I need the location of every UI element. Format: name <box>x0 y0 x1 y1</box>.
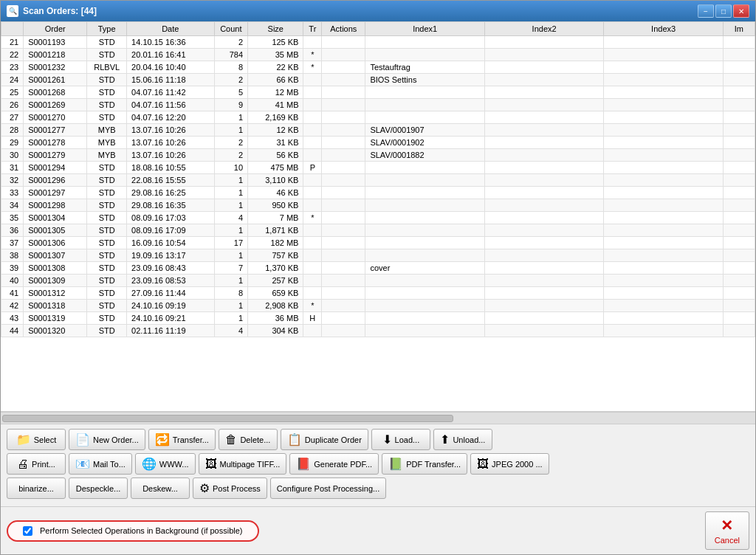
scrollbar-thumb[interactable] <box>2 415 453 422</box>
post-process-button[interactable]: ⚙ Post Process <box>193 478 267 499</box>
table-row[interactable]: 38 S0001307 STD 19.09.16 13:17 1 757 KB <box>1 249 755 262</box>
col-header-type[interactable]: Type <box>87 22 127 36</box>
tiff-button[interactable]: 🖼 Multipage TIFF... <box>199 453 287 475</box>
cell-type: STD <box>87 111 127 124</box>
cell-type: STD <box>87 86 127 99</box>
cell-actions <box>322 312 365 325</box>
jpeg-icon: 🖼 <box>477 458 489 471</box>
cell-row-num: 38 <box>1 249 24 262</box>
table-row[interactable]: 33 S0001297 STD 29.08.16 16:25 1 46 KB <box>1 187 755 199</box>
cell-actions <box>322 237 365 249</box>
cell-order: S0001278 <box>24 137 87 149</box>
cancel-button[interactable]: ✕ Cancel <box>705 511 749 550</box>
new-order-button[interactable]: 📄 New Order... <box>69 429 145 450</box>
table-row[interactable]: 37 S0001306 STD 16.09.16 10:54 17 182 MB <box>1 237 755 249</box>
orders-table-container[interactable]: Order Type Date Count Size Tr Actions In… <box>1 21 755 412</box>
configure-post-processing-button[interactable]: Configure Post Processing... <box>270 478 386 499</box>
col-header-actions: Actions <box>322 22 365 36</box>
table-row[interactable]: 43 S0001319 STD 24.10.16 09:21 1 36 MB H <box>1 312 755 325</box>
table-row[interactable]: 41 S0001312 STD 27.09.16 11:44 8 659 KB <box>1 287 755 300</box>
gear-icon: ⚙ <box>199 481 210 495</box>
cell-im <box>723 61 755 74</box>
print-button[interactable]: 🖨 Print... <box>7 453 66 475</box>
window-icon: 🔍 <box>7 5 18 17</box>
generate-pdf-button[interactable]: 📕 Generate PDF... <box>289 453 379 475</box>
background-checkbox[interactable] <box>23 526 32 536</box>
cell-tr: * <box>303 212 322 224</box>
transfer-button[interactable]: 🔁 Transfer... <box>148 429 216 450</box>
table-row[interactable]: 31 S0001294 STD 18.08.16 10:55 10 475 MB… <box>1 162 755 174</box>
cell-size: 125 KB <box>248 36 303 49</box>
tiff-icon: 🖼 <box>205 458 217 471</box>
mail-button[interactable]: 📧 Mail To... <box>69 453 132 475</box>
cell-size: 2,908 KB <box>248 300 303 312</box>
binarize-button[interactable]: binarize... <box>7 478 66 499</box>
cell-index1 <box>365 86 484 99</box>
col-header-date[interactable]: Date <box>127 22 214 36</box>
horizontal-scrollbar[interactable] <box>1 412 755 424</box>
table-row[interactable]: 40 S0001309 STD 23.09.16 08:53 1 257 KB <box>1 275 755 287</box>
unload-icon: ⬆ <box>440 432 450 447</box>
table-row[interactable]: 34 S0001298 STD 29.08.16 16:35 1 950 KB <box>1 199 755 212</box>
cell-index3 <box>604 137 723 149</box>
col-header-size[interactable]: Size <box>248 22 303 36</box>
table-row[interactable]: 26 S0001269 STD 04.07.16 11:56 9 41 MB <box>1 99 755 111</box>
cell-index1 <box>365 187 484 199</box>
cell-actions <box>322 174 365 187</box>
deskew-button[interactable]: Deskew... <box>131 478 190 499</box>
table-row[interactable]: 42 S0001318 STD 24.10.16 09:19 1 2,908 K… <box>1 300 755 312</box>
close-button[interactable]: ✕ <box>733 4 749 18</box>
cell-type: STD <box>87 49 127 61</box>
table-row[interactable]: 23 S0001232 RLBVL 20.04.16 10:40 8 22 KB… <box>1 61 755 74</box>
toolbar-row-1: 📁 Select 📄 New Order... 🔁 Transfer... 🗑 … <box>7 429 749 450</box>
cell-order: S0001270 <box>24 111 87 124</box>
table-row[interactable]: 29 S0001278 MYB 13.07.16 10:26 2 31 KB S… <box>1 137 755 149</box>
table-row[interactable]: 35 S0001304 STD 08.09.16 17:03 4 7 MB * <box>1 212 755 224</box>
cell-order: S0001305 <box>24 224 87 237</box>
table-row[interactable]: 32 S0001296 STD 22.08.16 15:55 1 3,110 K… <box>1 174 755 187</box>
cell-count: 1 <box>214 249 248 262</box>
cell-row-num: 24 <box>1 74 24 86</box>
jpeg-button[interactable]: 🖼 JPEG 2000 ... <box>470 453 549 475</box>
table-row[interactable]: 44 S0001320 STD 02.11.16 11:19 4 304 KB <box>1 325 755 337</box>
pdf-transfer-button[interactable]: 📗 PDF Transfer... <box>382 453 467 475</box>
cell-im <box>723 300 755 312</box>
cell-date: 20.04.16 10:40 <box>127 61 214 74</box>
col-header-index1[interactable]: Index1 <box>365 22 484 36</box>
cell-order: S0001277 <box>24 124 87 137</box>
cell-index1: SLAV/0001907 <box>365 124 484 137</box>
unload-button[interactable]: ⬆ Unload... <box>433 429 492 450</box>
col-header-order[interactable]: Order <box>24 22 87 36</box>
cell-date: 13.07.16 10:26 <box>127 124 214 137</box>
delete-icon: 🗑 <box>225 433 237 447</box>
cell-size: 3,110 KB <box>248 174 303 187</box>
table-row[interactable]: 21 S0001193 STD 14.10.15 16:36 2 125 KB <box>1 36 755 49</box>
cell-index1: cover <box>365 262 484 275</box>
col-header-count[interactable]: Count <box>214 22 248 36</box>
cell-count: 1 <box>214 174 248 187</box>
table-row[interactable]: 25 S0001268 STD 04.07.16 11:42 5 12 MB <box>1 86 755 99</box>
despeckle-button[interactable]: Despeckle... <box>69 478 128 499</box>
cell-index1 <box>365 237 484 249</box>
www-button[interactable]: 🌐 WWW... <box>135 453 196 475</box>
load-button[interactable]: ⬇ Load... <box>371 429 430 450</box>
cell-index3 <box>604 212 723 224</box>
table-row[interactable]: 28 S0001277 MYB 13.07.16 10:26 1 12 KB S… <box>1 124 755 137</box>
select-button[interactable]: 📁 Select <box>7 429 66 450</box>
cell-order: S0001294 <box>24 162 87 174</box>
cell-size: 36 MB <box>248 312 303 325</box>
col-header-index3[interactable]: Index3 <box>604 22 723 36</box>
maximize-button[interactable]: □ <box>715 4 732 18</box>
table-row[interactable]: 24 S0001261 STD 15.06.16 11:18 2 66 KB B… <box>1 74 755 86</box>
table-row[interactable]: 39 S0001308 STD 23.09.16 08:43 7 1,370 K… <box>1 262 755 275</box>
table-row[interactable]: 36 S0001305 STD 08.09.16 17:09 1 1,871 K… <box>1 224 755 237</box>
table-row[interactable]: 27 S0001270 STD 04.07.16 12:20 1 2,169 K… <box>1 111 755 124</box>
delete-button[interactable]: 🗑 Delete... <box>219 429 278 450</box>
table-row[interactable]: 22 S0001218 STD 20.01.16 16:41 784 35 MB… <box>1 49 755 61</box>
duplicate-button[interactable]: 📋 Duplicate Order <box>281 429 368 450</box>
cell-order: S0001298 <box>24 199 87 212</box>
col-header-index2[interactable]: Index2 <box>484 22 603 36</box>
background-checkbox-label[interactable]: Perform Selected Operations in Backgroun… <box>40 526 243 535</box>
minimize-button[interactable]: − <box>698 4 714 18</box>
table-row[interactable]: 30 S0001279 MYB 13.07.16 10:26 2 56 KB S… <box>1 149 755 162</box>
